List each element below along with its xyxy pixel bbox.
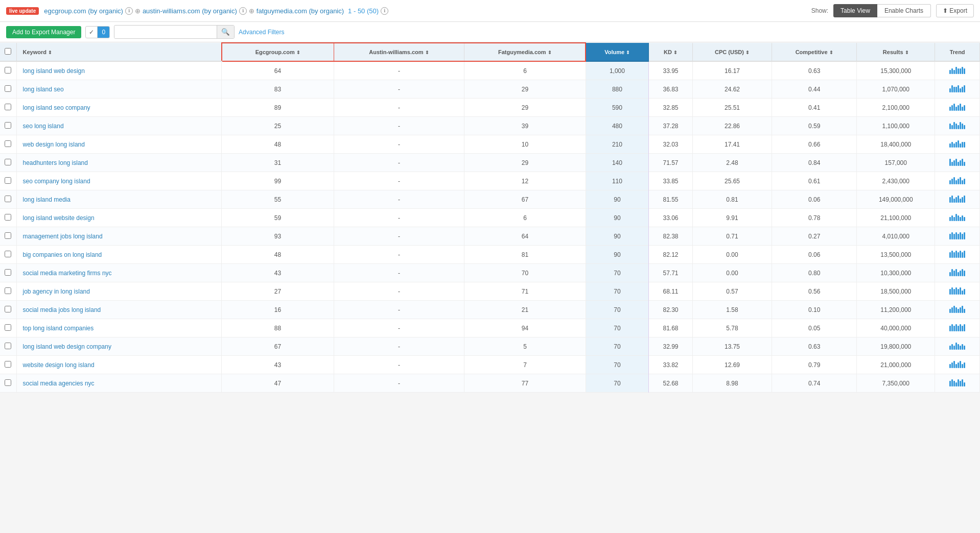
trend-cell: [935, 337, 980, 356]
keyword-col-header[interactable]: Keyword ⇕: [16, 43, 222, 61]
volume-col-header[interactable]: Volume ⇕: [586, 43, 648, 61]
competitive-cell: 0.80: [772, 264, 857, 282]
row-checkbox[interactable]: [0, 356, 16, 374]
row-checkbox[interactable]: [0, 172, 16, 190]
austin-cell: -: [334, 374, 464, 393]
results-cell: 2,430,000: [857, 172, 935, 190]
table-row: seo long island 25 - 39 480 37.28 22.86 …: [0, 117, 980, 135]
keyword-link[interactable]: long island seo: [23, 86, 64, 93]
egcgroup-cell: 88: [222, 319, 334, 337]
enable-charts-button[interactable]: Enable Charts: [877, 4, 931, 17]
table-view-button[interactable]: Table View: [833, 4, 877, 17]
search-input[interactable]: [114, 26, 217, 38]
volume-cell: 590: [586, 99, 648, 117]
range-text: 1 - 50 (50): [348, 7, 379, 15]
kd-cell: 52.68: [649, 374, 693, 393]
keyword-link[interactable]: social media agencies nyc: [23, 380, 95, 387]
volume-cell: 90: [586, 190, 648, 209]
row-checkbox[interactable]: [0, 319, 16, 337]
keyword-link[interactable]: job agency in long island: [23, 288, 90, 295]
egcgroup-cell: 48: [222, 246, 334, 264]
row-checkbox[interactable]: [0, 337, 16, 356]
cpc-col-header[interactable]: CPC (USD) ⇕: [692, 43, 772, 61]
row-checkbox[interactable]: [0, 117, 16, 135]
row-checkbox[interactable]: [0, 227, 16, 246]
keyword-link[interactable]: website design long island: [23, 361, 95, 369]
row-checkbox[interactable]: [0, 61, 16, 80]
results-cell: 157,000: [857, 154, 935, 172]
checkbox-header[interactable]: [0, 43, 16, 61]
row-checkbox[interactable]: [0, 209, 16, 227]
volume-cell: 70: [586, 356, 648, 374]
keyword-link[interactable]: seo long island: [23, 123, 64, 130]
search-wrap: 🔍: [114, 25, 235, 39]
results-sort-icon: ⇕: [905, 50, 909, 55]
row-checkbox[interactable]: [0, 135, 16, 154]
trend-cell: [935, 227, 980, 246]
check-icon: ✓: [86, 27, 98, 38]
keyword-link[interactable]: long island web design: [23, 67, 85, 75]
fatguy-col-header[interactable]: Fatguymedia.com ⇕: [464, 43, 586, 61]
domain-sep-2: ⊕: [249, 7, 254, 15]
keyword-link[interactable]: long island seo company: [23, 104, 90, 111]
keyword-link[interactable]: web design long island: [23, 141, 85, 148]
row-checkbox[interactable]: [0, 190, 16, 209]
competitive-cell: 0.27: [772, 227, 857, 246]
trend-cell: [935, 264, 980, 282]
row-checkbox[interactable]: [0, 246, 16, 264]
keyword-link[interactable]: long island website design: [23, 214, 95, 222]
keyword-cell: social media jobs long island: [16, 301, 222, 319]
results-cell: 1,070,000: [857, 80, 935, 99]
egcgroup-col-header[interactable]: Egcgroup.com ⇕: [222, 43, 334, 61]
row-checkbox[interactable]: [0, 99, 16, 117]
keyword-cell: social media agencies nyc: [16, 374, 222, 393]
austin-cell: -: [334, 356, 464, 374]
select-all-checkbox[interactable]: [5, 48, 11, 55]
keyword-table: Keyword ⇕ Egcgroup.com ⇕ Austin-williams…: [0, 42, 980, 393]
cpc-cell: 9.91: [692, 209, 772, 227]
keyword-link[interactable]: social media jobs long island: [23, 306, 101, 313]
table-row: big companies on long island 48 - 81 90 …: [0, 246, 980, 264]
austin-cell: -: [334, 319, 464, 337]
austin-col-header[interactable]: Austin-williams.com ⇕: [334, 43, 464, 61]
export-button[interactable]: ⬆ Export: [936, 4, 974, 17]
row-checkbox[interactable]: [0, 282, 16, 301]
table-row: social media marketing firms nyc 43 - 70…: [0, 264, 980, 282]
domain-fatguy[interactable]: fatguymedia.com (by organic): [256, 7, 344, 15]
domain-austin[interactable]: austin-williams.com (by organic): [143, 7, 237, 15]
keyword-link[interactable]: headhunters long island: [23, 159, 88, 166]
competitive-cell: 0.06: [772, 190, 857, 209]
keyword-cell: big companies on long island: [16, 246, 222, 264]
search-button[interactable]: 🔍: [217, 26, 234, 38]
kd-col-header[interactable]: KD ⇕: [649, 43, 693, 61]
trend-chart: [949, 158, 965, 166]
trend-chart: [949, 378, 965, 386]
row-checkbox[interactable]: [0, 264, 16, 282]
row-checkbox[interactable]: [0, 301, 16, 319]
keyword-link[interactable]: top long island companies: [23, 325, 94, 332]
advanced-filters-link[interactable]: Advanced Filters: [239, 29, 284, 36]
fatguy-cell: 70: [464, 264, 586, 282]
competitive-col-header[interactable]: Competitive ⇕: [772, 43, 857, 61]
fatguy-cell: 21: [464, 301, 586, 319]
info-icon-2[interactable]: ℹ: [239, 7, 247, 15]
volume-cell: 70: [586, 319, 648, 337]
row-checkbox[interactable]: [0, 374, 16, 393]
row-checkbox[interactable]: [0, 154, 16, 172]
keyword-link[interactable]: big companies on long island: [23, 251, 102, 258]
keyword-link[interactable]: management jobs long island: [23, 233, 103, 240]
info-icon-3[interactable]: ℹ: [381, 7, 388, 15]
keyword-link[interactable]: long island web design company: [23, 343, 111, 350]
egcgroup-cell: 89: [222, 99, 334, 117]
row-checkbox[interactable]: [0, 80, 16, 99]
results-col-header[interactable]: Results ⇕: [857, 43, 935, 61]
keyword-link[interactable]: social media marketing firms nyc: [23, 270, 112, 277]
competitive-cell: 0.44: [772, 80, 857, 99]
domain-egcgroup[interactable]: egcgroup.com (by organic): [44, 7, 123, 15]
info-icon-1[interactable]: ℹ: [125, 7, 133, 15]
keyword-link[interactable]: long island media: [23, 196, 71, 203]
add-export-button[interactable]: Add to Export Manager: [6, 26, 81, 38]
keyword-link[interactable]: seo company long island: [23, 178, 90, 185]
cpc-cell: 25.65: [692, 172, 772, 190]
table-header-row: Keyword ⇕ Egcgroup.com ⇕ Austin-williams…: [0, 43, 980, 61]
